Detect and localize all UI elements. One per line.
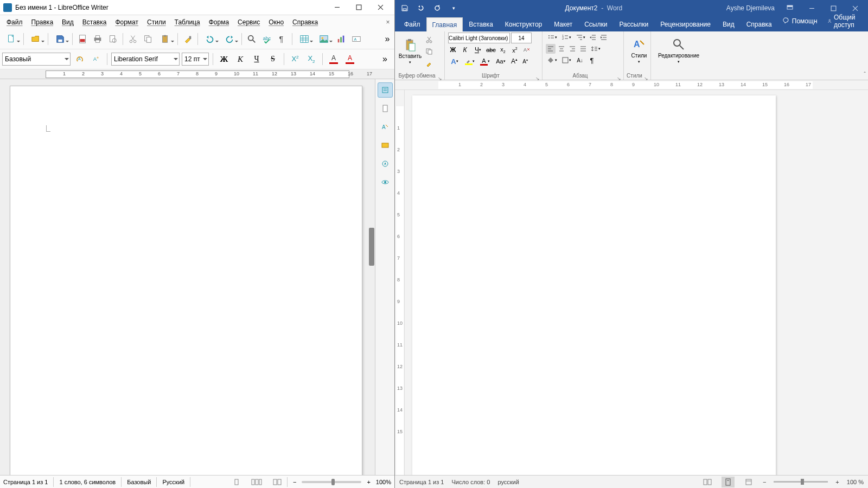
superscript-button[interactable]: x2	[510, 45, 520, 55]
word-horizontal-ruler[interactable]: 1234567891011121314151617	[395, 80, 868, 90]
italic-button[interactable]: К	[460, 45, 470, 55]
print-layout-button[interactable]	[722, 477, 735, 487]
sidebar-page-button[interactable]	[378, 101, 393, 116]
font-launcher[interactable]	[535, 73, 541, 78]
word-page-viewport[interactable]	[405, 90, 858, 475]
word-vertical-ruler[interactable]: 123456789101112131415	[395, 90, 405, 475]
tab-view[interactable]: Вид	[717, 17, 741, 31]
align-center-button[interactable]	[557, 44, 566, 54]
status-language[interactable]: русский	[497, 479, 519, 485]
font-size-combo[interactable]: 12 пт	[182, 53, 209, 66]
qat-redo-button[interactable]	[430, 1, 445, 15]
change-case-button[interactable]: Aa▾	[494, 56, 508, 66]
tab-layout[interactable]: Макет	[548, 17, 578, 31]
zoom-in-button[interactable]: +	[367, 479, 370, 485]
line-spacing-button[interactable]: ▾	[589, 44, 602, 54]
zoom-value[interactable]: 100 %	[847, 479, 864, 485]
sidebar-navigator-button[interactable]	[378, 156, 393, 171]
highlight-color-button[interactable]: A	[343, 52, 357, 66]
menu-table[interactable]: Таблица	[170, 17, 205, 28]
zoom-out-button[interactable]: −	[293, 479, 296, 485]
new-style-button[interactable]: A+	[89, 52, 103, 66]
bold-button[interactable]: Ж	[448, 45, 458, 55]
tab-mailings[interactable]: Рассылки	[613, 17, 654, 31]
menu-tools[interactable]: Сервис	[233, 17, 264, 28]
paste-button[interactable]: Вставить ▾	[398, 33, 422, 69]
menu-edit[interactable]: Правка	[27, 17, 58, 28]
multilevel-list-button[interactable]: ▾	[574, 33, 587, 42]
sidebar-gallery-button[interactable]	[378, 138, 393, 153]
grow-font-button[interactable]: A▴	[510, 56, 519, 66]
qat-undo-button[interactable]	[413, 1, 429, 15]
tab-insert[interactable]: Вставка	[463, 17, 499, 31]
read-mode-button[interactable]	[701, 477, 714, 487]
editing-button[interactable]: Редактирование ▾	[654, 33, 703, 68]
font-color-button[interactable]: A	[327, 52, 341, 66]
align-left-button[interactable]	[546, 44, 556, 54]
menu-styles[interactable]: Стили	[143, 17, 170, 28]
decrease-indent-button[interactable]	[588, 33, 598, 42]
paragraph-style-combo[interactable]: Базовый	[2, 53, 71, 66]
font-color-button[interactable]: A▾	[478, 56, 492, 66]
close-button[interactable]	[369, 1, 391, 14]
tab-design[interactable]: Конструктор	[499, 17, 548, 31]
insert-image-button[interactable]	[315, 32, 333, 46]
sidebar-styles-button[interactable]: A	[378, 119, 393, 134]
clear-formatting-button[interactable]: A	[522, 45, 532, 55]
menu-form[interactable]: Форма	[205, 17, 233, 28]
sidebar-properties-button[interactable]	[378, 82, 393, 98]
align-right-button[interactable]	[567, 44, 577, 54]
qat-save-button[interactable]	[397, 1, 412, 15]
bold-button[interactable]: Ж	[217, 52, 231, 66]
redo-button[interactable]	[220, 32, 239, 46]
copy-button[interactable]	[423, 47, 435, 56]
insert-textbox-button[interactable]: A	[349, 32, 363, 46]
maximize-button[interactable]	[348, 1, 369, 14]
close-doc-button[interactable]: ×	[384, 18, 392, 26]
open-button[interactable]	[27, 32, 45, 46]
lo-horizontal-ruler[interactable]: 1234567891011121314151617	[0, 69, 394, 79]
tab-file[interactable]: Файл	[398, 17, 426, 31]
font-size-combo[interactable]	[511, 33, 532, 43]
status-style[interactable]: Базовый	[127, 477, 157, 487]
user-name[interactable]: Ayshe Djemileva	[726, 4, 775, 12]
increase-indent-button[interactable]	[599, 33, 609, 42]
toolbar-overflow-button-2[interactable]: »	[382, 54, 392, 64]
format-paintbrush-button[interactable]	[181, 32, 195, 46]
styles-launcher[interactable]	[644, 73, 649, 78]
status-wordcount[interactable]: 1 слово, 6 символов	[59, 477, 122, 487]
tab-references[interactable]: Ссылки	[578, 17, 613, 31]
zoom-out-button[interactable]: −	[763, 479, 766, 485]
status-view-book[interactable]	[273, 477, 288, 487]
show-marks-button[interactable]: ¶	[587, 55, 597, 65]
share-button[interactable]: Общий доступ	[823, 11, 865, 31]
collapse-ribbon-button[interactable]: ˆ	[864, 71, 866, 78]
qat-customize-button[interactable]: ▾	[446, 1, 461, 15]
italic-button[interactable]: К	[233, 52, 247, 66]
shrink-font-button[interactable]: A▾	[521, 56, 529, 66]
status-page[interactable]: Страница 1 из 1	[3, 477, 54, 487]
underline-button[interactable]: Ч	[250, 52, 264, 66]
clipboard-launcher[interactable]	[438, 73, 443, 78]
tab-review[interactable]: Рецензирование	[654, 17, 717, 31]
web-layout-button[interactable]	[742, 477, 755, 487]
formatting-marks-button[interactable]: ¶	[275, 32, 289, 46]
text-effects-button[interactable]: A▾	[448, 56, 461, 66]
copy-button[interactable]	[141, 32, 155, 46]
menu-view[interactable]: Вид	[58, 17, 78, 28]
undo-button[interactable]	[201, 32, 219, 46]
zoom-slider[interactable]	[774, 481, 828, 483]
lo-page-viewport[interactable]	[0, 79, 375, 475]
insert-chart-button[interactable]	[334, 32, 348, 46]
zoom-slider[interactable]	[302, 481, 361, 483]
zoom-in-button[interactable]: +	[835, 479, 839, 485]
numbering-button[interactable]: 12▾	[560, 33, 573, 42]
tab-help[interactable]: Справка	[741, 17, 778, 31]
menu-window[interactable]: Окно	[264, 17, 288, 28]
status-view-multi[interactable]	[251, 477, 267, 487]
cut-button[interactable]	[126, 32, 140, 46]
tell-me-button[interactable]: Помощн	[778, 15, 822, 28]
cut-button[interactable]	[423, 35, 435, 44]
print-preview-button[interactable]	[106, 32, 120, 46]
status-view-single[interactable]	[233, 477, 246, 487]
